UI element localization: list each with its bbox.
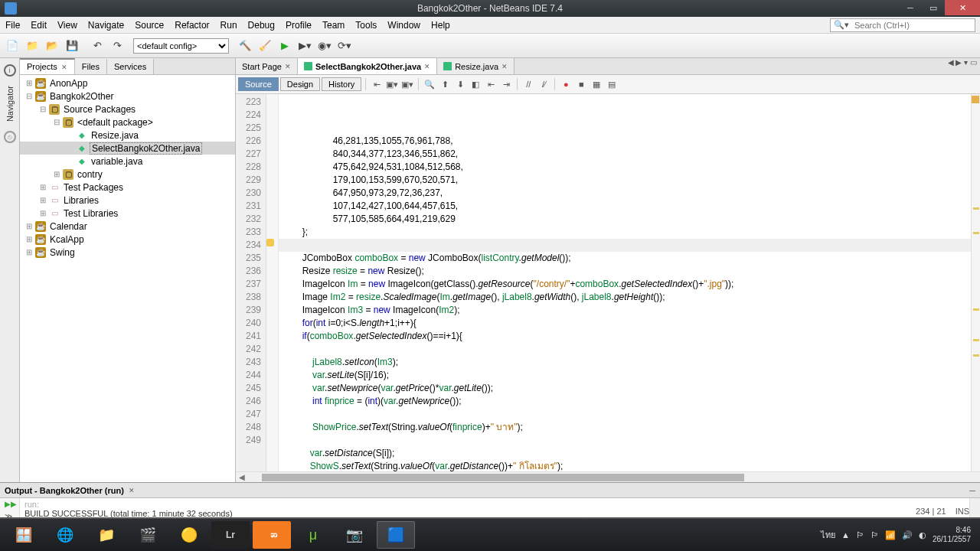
scroll-thumb[interactable] [262, 474, 744, 481]
menu-navigate[interactable]: Navigate [83, 20, 129, 31]
editor-tab[interactable]: Start Page✕ [236, 58, 298, 74]
media-app-icon[interactable]: 🎬 [129, 521, 167, 549]
shift-r-icon[interactable]: ⇥ [499, 77, 513, 91]
tree-twisty-icon[interactable]: ⊟ [37, 105, 49, 113]
output-close-icon[interactable]: ✕ [129, 487, 135, 494]
undo-button[interactable]: ↶ [88, 37, 106, 55]
close-icon[interactable]: ✕ [424, 63, 430, 70]
menu-view[interactable]: View [52, 20, 83, 31]
tree-node[interactable]: ⊟▢<default package> [20, 116, 235, 129]
start-button[interactable]: 🪟 [5, 521, 43, 549]
tree-node[interactable]: ⊞☕KcalApp [20, 233, 235, 246]
menu-refactor[interactable]: Refactor [169, 20, 214, 31]
design-tab[interactable]: Design [280, 77, 320, 91]
menu-help[interactable]: Help [426, 20, 456, 31]
tree-node[interactable]: ⊞☕Calendar [20, 220, 235, 233]
nav-back-icon[interactable]: ⇤ [370, 77, 384, 91]
toggle-bm-icon[interactable]: ◧ [469, 77, 482, 91]
menu-debug[interactable]: Debug [243, 20, 280, 31]
tree-node[interactable]: ⊟▢Source Packages [20, 103, 235, 116]
tray-up-icon[interactable]: ▲ [841, 530, 850, 540]
attach-button[interactable]: ⟳▾ [335, 37, 354, 55]
tree-twisty-icon[interactable]: ⊟ [23, 92, 35, 100]
code-editor[interactable]: 46,281,135,1055,76,961,788, 840,344,377,… [279, 94, 980, 471]
netbeans-app-icon[interactable]: 🟦 [377, 521, 415, 549]
clean-build-button[interactable]: 🧹 [256, 37, 274, 55]
system-tray[interactable]: ไทย ▲ 🏳 🏳 📶 🔊 ◐ 8:46 26/11/2557 [821, 526, 977, 544]
tree-twisty-icon[interactable]: ⊟ [51, 118, 63, 126]
stop-icon[interactable]: ⦸ [4, 131, 16, 143]
open-button[interactable]: 📂 [43, 37, 61, 55]
menu-run[interactable]: Run [215, 20, 243, 31]
volume-icon[interactable]: 🔊 [902, 530, 913, 540]
panel-tab-projects[interactable]: Projects✕ [20, 58, 75, 74]
editor-nav[interactable]: ◀ ▶ ▾ ▭ [948, 58, 977, 67]
tree-node[interactable]: ⊟☕Bangkok2Other [20, 90, 235, 103]
nav-fwd2-icon[interactable]: ▣▾ [400, 77, 414, 91]
tree-twisty-icon[interactable]: ⊞ [37, 183, 49, 191]
output-minimize-icon[interactable]: ─ [969, 486, 975, 495]
hint-bulb-icon[interactable] [266, 239, 274, 246]
find-sel-icon[interactable]: 🔍 [423, 77, 436, 91]
nav-fwd-icon[interactable]: ▣▾ [385, 77, 399, 91]
search-box[interactable]: 🔍▾ [830, 18, 975, 32]
tree-node[interactable]: ⊞☕AnonApp [20, 77, 235, 90]
tree-node[interactable]: ◆Resize.java [20, 129, 235, 142]
comment-icon[interactable]: // [521, 77, 535, 91]
tree-node[interactable]: ⊞☕Swing [20, 246, 235, 259]
close-icon[interactable]: ✕ [501, 63, 508, 70]
tree-twisty-icon[interactable]: ⊞ [23, 222, 35, 230]
ie-app-icon[interactable]: 🌐 [46, 521, 84, 549]
rec-macro-icon[interactable]: ● [559, 77, 573, 91]
info-icon[interactable]: i [4, 64, 16, 77]
explorer-app-icon[interactable]: 📁 [87, 521, 126, 549]
history-tab[interactable]: History [322, 77, 361, 91]
profile-button[interactable]: ◉▾ [315, 37, 334, 55]
new-file-button[interactable]: 📄 [3, 37, 21, 55]
save-all-button[interactable]: 💾 [63, 37, 81, 55]
close-icon[interactable]: ✕ [285, 63, 291, 70]
config-select[interactable]: <default config> [133, 38, 229, 54]
chrome-app-icon[interactable]: 🟡 [170, 521, 208, 549]
close-button[interactable]: ✕ [945, 0, 980, 15]
tree-node[interactable]: ⊞▢contry [20, 168, 235, 181]
menu-profile[interactable]: Profile [280, 20, 317, 31]
opt1-icon[interactable]: ▦ [590, 77, 603, 91]
tree-node[interactable]: ⊞▭Test Libraries [20, 207, 235, 220]
minimize-button[interactable]: ─ [899, 0, 922, 15]
build-button[interactable]: 🔨 [236, 37, 254, 55]
panel-tab-services[interactable]: Services [107, 58, 154, 74]
search-input[interactable] [852, 21, 975, 30]
next-bm-icon[interactable]: ⬇ [453, 77, 467, 91]
instagram-app-icon[interactable]: 📷 [335, 521, 374, 549]
utorrent-app-icon[interactable]: μ [294, 521, 332, 549]
clock[interactable]: 8:46 26/11/2557 [933, 526, 971, 544]
menu-window[interactable]: Window [382, 20, 426, 31]
tree-twisty-icon[interactable]: ⊞ [23, 235, 35, 243]
shield-icon[interactable]: ◐ [919, 530, 926, 540]
debug-button[interactable]: ▶▾ [296, 37, 314, 55]
prev-bm-icon[interactable]: ⬆ [438, 77, 452, 91]
panel-tab-files[interactable]: Files [75, 58, 107, 74]
stop-macro-icon[interactable]: ■ [574, 77, 588, 91]
tree-node[interactable]: ⊞▭Libraries [20, 194, 235, 207]
glyph-margin[interactable] [266, 94, 279, 471]
tree-twisty-icon[interactable]: ⊞ [37, 196, 49, 204]
maximize-button[interactable]: ▭ [922, 0, 945, 15]
redo-button[interactable]: ↷ [108, 37, 126, 55]
opt2-icon[interactable]: ▤ [605, 77, 619, 91]
navigator-tab[interactable]: Navigator [4, 81, 16, 126]
tree-twisty-icon[interactable]: ⊞ [51, 170, 63, 178]
new-project-button[interactable]: 📁 [23, 37, 41, 55]
editor-tab[interactable]: Resize.java✕ [437, 58, 514, 74]
tree-node[interactable]: ◆variable.java [20, 155, 235, 168]
close-icon[interactable]: ✕ [61, 64, 67, 71]
xampp-app-icon[interactable]: ဆ [253, 521, 291, 549]
action-center-icon[interactable]: 🏳 [871, 530, 879, 540]
horizontal-scrollbar[interactable]: ◀ [236, 471, 980, 482]
tree-twisty-icon[interactable]: ⊞ [23, 79, 35, 87]
flag-icon[interactable]: 🏳 [856, 530, 864, 540]
uncomment-icon[interactable]: /∕ [537, 77, 550, 91]
menu-source[interactable]: Source [129, 20, 169, 31]
tree-twisty-icon[interactable]: ⊞ [23, 248, 35, 256]
